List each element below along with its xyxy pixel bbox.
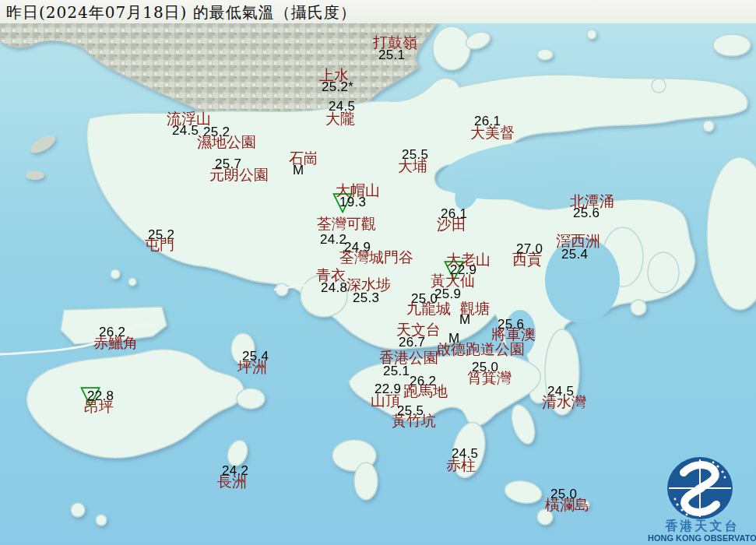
hko-logo-chinese-text: 香港天文台 (663, 519, 741, 535)
station-name: 黃竹坑 (392, 413, 436, 428)
station-name: 青衣 (316, 268, 346, 283)
station-name: 坪洲 (237, 360, 267, 374)
station-name: 沙田 (437, 217, 466, 232)
station-name: 將軍澳 (491, 327, 536, 342)
station-name: 筲箕灣 (467, 371, 512, 385)
station-name: 赤柱 (446, 458, 476, 473)
station-name: 天文台 (396, 322, 441, 337)
station-name: 荃灣城門谷 (339, 250, 413, 265)
station-name: 濕地公園 (197, 135, 256, 149)
station-name: 跑馬地 (403, 384, 448, 399)
station-value: 25.1 (383, 364, 410, 378)
station-name: 長洲 (217, 474, 247, 489)
station-name: 元朗公園 (209, 167, 269, 182)
station-name: 昂坪 (84, 399, 114, 414)
station-name: 赤鱲角 (93, 336, 138, 350)
station-name: 清水灣 (542, 395, 586, 410)
hko-min-temp-map-page: 昨日(2024年07月18日) 的最低氣溫（攝氏度） 25.1打鼓嶺25.2*上… (0, 0, 756, 545)
station-name: 深水埗 (346, 277, 391, 292)
station-value: 24.2 (320, 233, 346, 246)
station-value: 25.4 (561, 248, 588, 261)
station-name: 香港公園 (379, 350, 438, 365)
station-name: 大老山 (446, 252, 491, 267)
station-name: 石崗 (289, 151, 318, 166)
station-name: 觀塘 (460, 301, 490, 316)
station-name: 打鼓嶺 (373, 35, 417, 50)
hko-logo-english-text: HONG KONG OBSERVATORY (648, 533, 756, 543)
station-name: 大埔 (398, 159, 427, 174)
station-name: 黃大仙 (431, 273, 475, 288)
station-name: 橫瀾島 (545, 498, 589, 512)
station-name: 上水 (319, 68, 349, 83)
stations-layer: 25.1打鼓嶺25.2*上水24.5大隴24.5流浮山25.2濕地公園25.7元… (0, 0, 756, 545)
station-name: 大帽山 (336, 183, 380, 198)
station-name: 山頂 (371, 393, 400, 408)
station-name: 北潭涌 (570, 194, 614, 209)
station-name: 大隴 (325, 111, 355, 126)
station-name: 屯門 (145, 237, 174, 252)
station-value: 25.3 (353, 291, 379, 304)
station-name: 九龍城 (406, 301, 451, 316)
station-name: 啟德跑道公園 (436, 342, 525, 357)
station-name: 大美督 (470, 125, 515, 140)
station-name: 西貢 (512, 252, 542, 267)
station-name: 荃灣可觀 (317, 216, 376, 231)
station-value: 25.9 (434, 287, 461, 301)
station-name: 滘西洲 (556, 234, 600, 248)
